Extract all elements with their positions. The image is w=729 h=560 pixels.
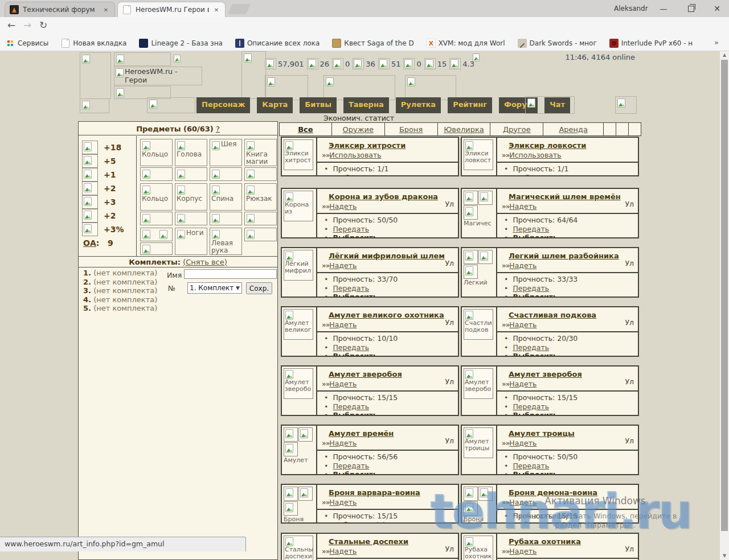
item-thumbnail[interactable]: Эликси хитрост xyxy=(282,138,317,175)
item-upgrade-link[interactable]: Ул xyxy=(445,259,454,267)
slot-back[interactable]: Спина xyxy=(210,183,242,211)
bookmark-item[interactable]: Сервисы xyxy=(6,39,48,48)
slot-empty[interactable] xyxy=(210,167,242,181)
catalog-tab-label[interactable]: Броня xyxy=(399,125,423,134)
slot-bag[interactable]: Рюкзак xyxy=(244,183,277,211)
set-select[interactable]: 1. Комплект ▼ xyxy=(187,282,242,294)
tab-close-icon[interactable]: ✕ xyxy=(102,7,110,13)
reload-icon[interactable]: ↻ xyxy=(36,19,50,31)
remove-all-link[interactable]: (Снять все) xyxy=(183,258,227,266)
item-upgrade-link[interactable]: Ул xyxy=(625,200,634,208)
catalog-tab-label[interactable]: Ювелирка xyxy=(444,125,484,134)
bookmarks-overflow-icon[interactable]: » xyxy=(714,38,719,47)
bookmark-item[interactable]: Описание всех лока xyxy=(235,39,320,48)
item-upgrade-link[interactable]: Ул xyxy=(625,437,634,445)
item-discard-link[interactable]: Выбросить xyxy=(513,293,557,298)
item-action-link[interactable]: Надеть xyxy=(329,380,357,388)
item-title-link[interactable]: Амулет троицы xyxy=(509,429,575,438)
item-action-link[interactable]: Надеть xyxy=(329,261,357,270)
slot-empty[interactable] xyxy=(244,228,277,241)
item-thumbnail[interactable]: Легкий xyxy=(462,248,497,297)
slot-weapon-pair[interactable] xyxy=(140,228,173,241)
window-close-button[interactable]: ✕ xyxy=(705,0,729,17)
item-transfer-link[interactable]: Передать xyxy=(333,343,369,352)
item-upgrade-link[interactable]: Ул xyxy=(625,377,634,386)
nav-button[interactable]: Карта xyxy=(257,97,293,113)
item-title-link[interactable]: Амулет великого охотника xyxy=(329,311,444,319)
item-action-link[interactable]: Надеть xyxy=(509,202,536,211)
item-thumbnail[interactable]: Амулет зверобо xyxy=(282,367,317,415)
item-action-link[interactable]: Надеть xyxy=(509,380,536,388)
slot-neck[interactable]: Шея xyxy=(210,139,242,166)
nav-button[interactable]: Битвы xyxy=(300,97,337,113)
item-upgrade-link[interactable]: Ул xyxy=(625,545,634,553)
slot-empty[interactable] xyxy=(210,212,242,225)
item-upgrade-link[interactable]: Ул xyxy=(445,318,454,327)
nav-button[interactable]: Персонаж xyxy=(196,97,250,113)
item-thumbnail[interactable]: Амулет зверобо xyxy=(462,367,497,415)
catalog-tab-1[interactable]: Все xyxy=(280,123,332,135)
item-title-link[interactable]: Амулет зверобоя xyxy=(509,370,582,378)
catalog-tab-5[interactable]: Другое xyxy=(490,123,543,135)
nav-button[interactable]: Рейтинг xyxy=(448,97,492,113)
slot-empty[interactable] xyxy=(244,212,277,225)
forward-icon[interactable]: → xyxy=(21,19,34,31)
catalog-tab-label[interactable]: Аренда xyxy=(559,125,588,134)
item-discard-link[interactable]: Выбросить xyxy=(333,174,377,177)
slot-empty[interactable] xyxy=(175,212,207,225)
bookmark-item[interactable]: Lineage 2 - База зна xyxy=(139,39,222,48)
item-action-link[interactable]: Надеть xyxy=(329,547,357,555)
item-title-link[interactable]: Броня варвара-воина xyxy=(329,488,420,497)
slot-head[interactable]: Голова xyxy=(175,139,207,166)
item-action-link[interactable]: Использовать xyxy=(509,151,561,159)
new-tab-button[interactable] xyxy=(228,4,251,14)
item-transfer-link[interactable]: Передать xyxy=(513,402,549,411)
inventory-help-link[interactable]: ? xyxy=(216,125,220,133)
catalog-tab-6[interactable]: Аренда xyxy=(543,123,604,135)
item-title-link[interactable]: Эликсир ловкости xyxy=(509,141,586,150)
item-discard-link[interactable]: Выбросить xyxy=(333,470,377,475)
window-minimize-button[interactable]: — xyxy=(649,0,678,17)
item-action-link[interactable]: Надеть xyxy=(509,439,536,447)
item-discard-link[interactable]: Выбросить xyxy=(513,174,557,177)
scroll-up-icon[interactable]: ▲ xyxy=(720,51,729,59)
slot-empty[interactable] xyxy=(175,167,207,181)
economy-stats-link[interactable]: Экономич. статист xyxy=(256,114,461,122)
item-thumbnail[interactable]: Лёгкий мифрил xyxy=(282,248,317,297)
save-set-button[interactable]: Сохр. xyxy=(246,282,272,294)
bookmark-item[interactable]: Interlude PvP x60 - н xyxy=(609,39,693,48)
item-upgrade-link[interactable]: Ул xyxy=(445,545,454,553)
page-scrollbar[interactable]: ▲ ▼ xyxy=(720,51,729,560)
item-upgrade-link[interactable]: Ул xyxy=(625,318,634,327)
item-transfer-link[interactable]: Передать xyxy=(333,225,369,233)
item-title-link[interactable]: Корона из зубов дракона xyxy=(329,192,438,201)
item-title-link[interactable]: Амулет времён xyxy=(329,429,394,438)
slot-spellbook[interactable]: Книга магии xyxy=(244,139,277,166)
item-discard-link[interactable]: Выбросить xyxy=(333,352,377,357)
item-thumbnail[interactable]: Амулет великог xyxy=(282,307,317,356)
item-thumbnail[interactable]: Счастли подков xyxy=(462,307,497,356)
item-discard-x-link[interactable]: (х) xyxy=(376,521,386,524)
nav-button[interactable]: Рулетка xyxy=(396,97,441,113)
scrollbar-thumb[interactable] xyxy=(721,60,728,531)
nav-button[interactable]: Таверна xyxy=(343,97,389,113)
item-transfer-link[interactable]: Передать xyxy=(333,462,369,470)
scroll-down-icon[interactable]: ▼ xyxy=(720,552,729,560)
catalog-tab-3[interactable]: Броня xyxy=(385,123,438,135)
item-thumbnail[interactable]: Эликси ловкост xyxy=(462,138,497,175)
slot-left-hand[interactable]: Левая рука xyxy=(210,228,242,255)
item-upgrade-link[interactable]: Ул xyxy=(445,437,454,445)
back-icon[interactable]: ← xyxy=(5,19,18,31)
catalog-tab-2[interactable]: Оружие xyxy=(332,123,385,135)
item-action-link[interactable]: Надеть xyxy=(329,202,357,211)
catalog-tab-label[interactable]: Другое xyxy=(503,125,531,134)
slot-empty[interactable] xyxy=(244,167,277,181)
item-discard-link[interactable]: Выбросить xyxy=(513,233,557,238)
slot-ring-1[interactable]: Кольцо xyxy=(140,139,173,166)
item-action-link[interactable]: Использовать xyxy=(329,151,381,159)
item-transfer-link[interactable]: Передать xyxy=(513,343,549,352)
slot-legs[interactable]: Ноги xyxy=(175,228,207,255)
item-thumbnail[interactable]: Стальны доспехи xyxy=(282,534,317,560)
item-transfer-link[interactable]: Передать xyxy=(513,225,549,233)
bookmark-item[interactable]: Dark Swords - мног xyxy=(518,39,597,48)
